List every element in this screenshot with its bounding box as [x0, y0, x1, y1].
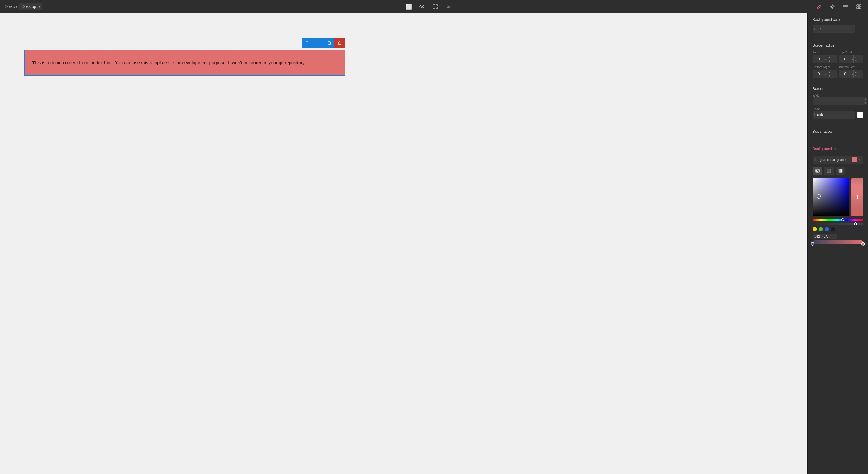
gear-icon[interactable]	[828, 2, 837, 11]
demo-text: This is a demo content from _index.html.…	[32, 60, 305, 65]
bottom-right-input-group[interactable]: - ▲ ▼	[813, 70, 837, 78]
bottom-right-stepper[interactable]: ▲ ▼	[827, 70, 832, 78]
color-gradient-box[interactable]	[813, 178, 849, 216]
top-right-decrement[interactable]: ▼	[854, 59, 858, 63]
svg-point-3	[831, 6, 833, 7]
gradient-color-swatch[interactable]	[851, 157, 857, 162]
copy-button[interactable]	[323, 37, 334, 49]
background-color-row	[813, 25, 863, 33]
top-right-stepper[interactable]: ▲ ▼	[854, 55, 858, 63]
border-width-increment[interactable]: ▲	[863, 97, 867, 101]
bottom-right-increment[interactable]: ▲	[828, 70, 832, 74]
border-color-input[interactable]	[813, 113, 855, 117]
color-dot-dark[interactable]	[831, 227, 835, 231]
gradient-type-tab[interactable]	[836, 167, 845, 175]
gradient-preview-strip[interactable]	[813, 240, 863, 244]
bottom-right-input[interactable]	[813, 72, 825, 76]
topbar-right	[815, 2, 863, 11]
border-width-style-row: Width - ▲ ▼ Style solid dashed	[813, 94, 863, 105]
top-right-input[interactable]	[839, 57, 851, 61]
opacity-bar[interactable]	[813, 223, 863, 225]
svg-rect-18	[339, 42, 341, 45]
svg-rect-17	[328, 42, 331, 45]
top-left-input-group[interactable]: - ▲ ▼	[813, 55, 837, 63]
code-icon[interactable]: </>	[444, 2, 453, 11]
gradient-remove-button[interactable]: ×	[859, 158, 861, 161]
drag-gradient-icon[interactable]: ⠿	[815, 157, 818, 162]
svg-rect-9	[857, 7, 859, 9]
canvas-area[interactable]: This is a demo content from _index.html.…	[0, 13, 807, 474]
stop-dot-right[interactable]	[861, 242, 865, 246]
hue-bar[interactable]	[813, 218, 863, 221]
bottom-left-input-group[interactable]: - ▲ ▼	[839, 70, 864, 78]
hue-bar-container	[813, 218, 863, 225]
eye-icon[interactable]	[417, 2, 426, 11]
bottom-left-stepper[interactable]: ▲ ▼	[854, 70, 858, 78]
border-color-swatch[interactable]	[857, 112, 863, 118]
pen-icon[interactable]	[815, 2, 823, 11]
border-color-input-group[interactable]	[813, 111, 855, 119]
topbar: Device Desktop Tablet Mobile ⬜ </>	[0, 0, 868, 13]
svg-rect-8	[859, 4, 861, 6]
hue-thumb	[841, 218, 844, 221]
top-right-input-group[interactable]: - ▲ ▼	[839, 55, 864, 63]
border-radius-section: Border radius Top Left - ▲ ▼ Top Right	[808, 39, 868, 83]
background-close-tag[interactable]: ×	[834, 147, 836, 151]
device-select[interactable]: Desktop Tablet Mobile	[20, 3, 42, 10]
background-gradient-header: Background × +	[813, 146, 863, 152]
bottom-right-decrement[interactable]: ▼	[828, 74, 832, 78]
border-width-decrement[interactable]: ▼	[863, 101, 867, 105]
bottom-left-decrement[interactable]: ▼	[854, 74, 858, 78]
top-left-decrement[interactable]: ▼	[828, 59, 832, 63]
top-right-field: Top Right - ▲ ▼	[839, 51, 864, 63]
svg-point-20	[816, 170, 817, 171]
delete-button[interactable]	[334, 37, 345, 49]
box-shadow-section: Box shadow +	[808, 125, 868, 141]
top-left-input[interactable]	[813, 57, 825, 61]
image-type-tab[interactable]	[813, 167, 822, 175]
background-color-input[interactable]	[813, 27, 855, 31]
border-width-input[interactable]	[813, 99, 861, 103]
border-label: Border	[813, 87, 863, 91]
color-dot-blue[interactable]	[825, 227, 829, 231]
color-dot-yellow[interactable]	[813, 227, 817, 231]
main-layout: This is a demo content from _index.html.…	[0, 13, 868, 474]
expand-icon[interactable]	[431, 2, 439, 11]
add-box-shadow-button[interactable]: +	[857, 130, 863, 137]
border-radius-grid: Top Left - ▲ ▼ Top Right -	[813, 51, 863, 78]
border-width-stepper[interactable]: ▲ ▼	[863, 97, 867, 105]
right-panel: Background color Border radius Top Left …	[807, 13, 868, 474]
background-color-swatch[interactable]	[857, 26, 863, 32]
svg-point-16	[318, 43, 319, 44]
background-color-label: Background color	[813, 18, 863, 22]
top-left-stepper[interactable]: ▲ ▼	[827, 55, 832, 63]
element-toolbar	[302, 37, 345, 49]
bottom-right-field: Bottom Right - ▲ ▼	[813, 65, 837, 78]
menu-icon[interactable]	[841, 2, 850, 11]
frame-icon[interactable]: ⬜	[404, 2, 413, 11]
border-color-row	[813, 111, 863, 119]
move-up-button[interactable]	[302, 37, 313, 49]
color-dot-green[interactable]	[818, 227, 823, 231]
bottom-left-increment[interactable]: ▲	[854, 70, 858, 74]
top-left-increment[interactable]: ▲	[828, 55, 832, 59]
background-color-input-group[interactable]	[813, 25, 855, 33]
drag-handle-button[interactable]	[313, 37, 323, 49]
bottom-right-label: Bottom Right	[813, 65, 837, 69]
bottom-left-input[interactable]	[839, 72, 851, 76]
right-color-strip[interactable]	[851, 178, 863, 216]
background-title-text: Background	[813, 147, 832, 151]
grid-icon[interactable]	[855, 2, 863, 11]
top-right-label: Top Right	[839, 51, 864, 54]
border-width-input-group[interactable]: - ▲ ▼	[813, 97, 867, 105]
svg-rect-10	[859, 7, 861, 9]
solid-type-tab[interactable]	[824, 167, 834, 175]
hex-input[interactable]	[813, 234, 837, 239]
svg-rect-19	[816, 170, 819, 173]
topbar-center: ⬜ </>	[404, 2, 453, 11]
svg-line-2	[819, 6, 820, 7]
stop-dot-left[interactable]	[811, 242, 814, 246]
top-right-increment[interactable]: ▲	[854, 55, 858, 59]
add-background-button[interactable]: +	[857, 146, 863, 152]
device-select-wrapper[interactable]: Desktop Tablet Mobile	[20, 3, 42, 10]
